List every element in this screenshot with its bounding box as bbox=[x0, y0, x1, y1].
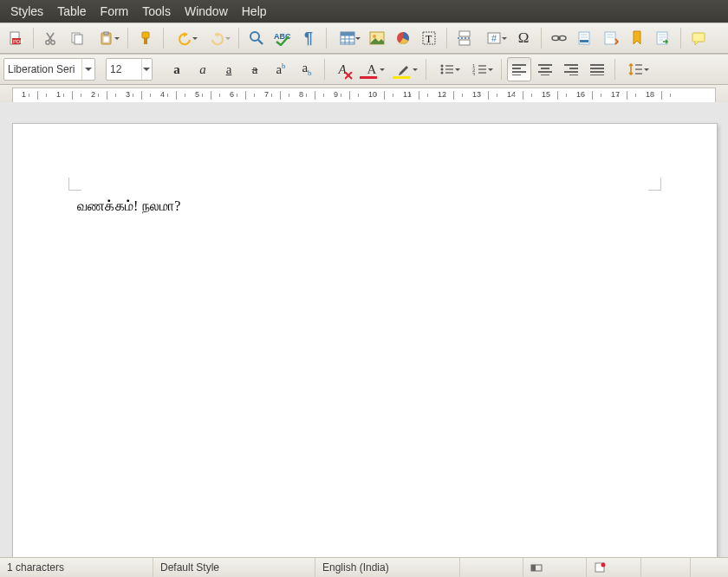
menu-help[interactable]: Help bbox=[235, 0, 274, 23]
margin-corner-icon bbox=[68, 178, 81, 191]
insert-table-button[interactable] bbox=[332, 26, 363, 50]
italic-button[interactable]: a bbox=[191, 57, 215, 81]
document-text[interactable]: வணக்கம்! நலமா? bbox=[77, 198, 181, 214]
font-name-combo[interactable] bbox=[3, 58, 95, 81]
cut-button[interactable] bbox=[39, 26, 63, 50]
svg-rect-21 bbox=[341, 32, 354, 36]
hyperlink-button[interactable] bbox=[547, 26, 571, 50]
status-insert-mode[interactable] bbox=[460, 558, 523, 577]
margin-corner-icon bbox=[648, 178, 661, 191]
status-language[interactable]: English (India) bbox=[315, 558, 460, 577]
copy-button[interactable] bbox=[65, 26, 89, 50]
formatting-marks-button[interactable]: ¶ bbox=[296, 26, 321, 50]
svg-text:3: 3 bbox=[472, 72, 476, 75]
svg-rect-39 bbox=[605, 32, 615, 44]
spellcheck-button[interactable]: ABC bbox=[270, 26, 295, 50]
find-replace-button[interactable] bbox=[244, 26, 269, 50]
svg-rect-27 bbox=[459, 31, 470, 36]
superscript-button[interactable]: ab bbox=[269, 57, 293, 81]
insert-image-button[interactable] bbox=[365, 26, 389, 50]
highlight-color-button[interactable] bbox=[389, 57, 420, 81]
svg-text:#: # bbox=[491, 33, 497, 43]
status-page-style[interactable]: Default Style bbox=[153, 558, 315, 577]
menu-window[interactable]: Window bbox=[178, 0, 235, 23]
svg-rect-38 bbox=[580, 40, 588, 42]
svg-point-4 bbox=[51, 41, 55, 44]
font-name-input[interactable] bbox=[4, 63, 81, 75]
menu-tools[interactable]: Tools bbox=[135, 0, 178, 23]
svg-rect-8 bbox=[104, 32, 108, 35]
svg-text:T: T bbox=[426, 33, 432, 45]
font-size-combo[interactable] bbox=[106, 58, 153, 81]
insert-chart-button[interactable] bbox=[391, 26, 415, 50]
svg-rect-9 bbox=[103, 36, 109, 42]
menu-table[interactable]: Table bbox=[50, 0, 93, 23]
menu-bar: Styles Table Form Tools Window Help bbox=[0, 0, 728, 23]
page-break-button[interactable] bbox=[452, 26, 477, 50]
svg-point-49 bbox=[441, 65, 444, 68]
undo-button[interactable] bbox=[169, 26, 200, 50]
svg-point-3 bbox=[46, 41, 49, 44]
font-size-input[interactable] bbox=[107, 63, 141, 75]
subscript-button[interactable]: ab bbox=[295, 57, 319, 81]
paste-button[interactable] bbox=[91, 26, 122, 50]
svg-line-13 bbox=[258, 40, 263, 44]
align-right-button[interactable] bbox=[559, 57, 583, 81]
status-characters[interactable]: 1 characters bbox=[0, 558, 153, 577]
status-signature[interactable] bbox=[641, 558, 691, 577]
align-left-button[interactable] bbox=[507, 57, 531, 81]
insert-field-button[interactable]: # bbox=[478, 26, 510, 50]
svg-rect-11 bbox=[144, 38, 147, 44]
status-bar: 1 characters Default Style English (Indi… bbox=[0, 557, 728, 577]
redo-button[interactable] bbox=[202, 26, 233, 50]
svg-rect-81 bbox=[531, 565, 536, 571]
status-selection-mode[interactable] bbox=[523, 558, 587, 577]
toolbar-formatting: a a a a ab ab A A 123 bbox=[0, 54, 728, 85]
menu-styles[interactable]: Styles bbox=[3, 0, 50, 23]
font-color-button[interactable]: A bbox=[356, 57, 387, 81]
bold-button[interactable]: a bbox=[165, 57, 189, 81]
export-pdf-button[interactable]: PDF bbox=[3, 26, 28, 50]
number-list-button[interactable]: 123 bbox=[465, 57, 496, 81]
insert-cross-reference-button[interactable] bbox=[651, 26, 675, 50]
align-justify-button[interactable] bbox=[585, 57, 609, 81]
selection-mode-icon bbox=[530, 561, 543, 574]
svg-rect-6 bbox=[75, 35, 82, 44]
svg-rect-28 bbox=[459, 40, 470, 45]
insert-endnote-button[interactable] bbox=[599, 26, 623, 50]
underline-button[interactable]: a bbox=[217, 57, 241, 81]
clone-formatting-button[interactable] bbox=[133, 26, 158, 50]
insert-textbox-button[interactable]: T bbox=[417, 26, 441, 50]
status-doc-modified[interactable] bbox=[587, 558, 641, 577]
svg-point-51 bbox=[441, 72, 444, 75]
insert-bookmark-button[interactable] bbox=[625, 26, 649, 50]
document-area: வணக்கம்! நலமா? bbox=[0, 102, 728, 558]
toolbar-standard: PDF ABC ¶ T bbox=[0, 23, 728, 54]
page[interactable]: வணக்கம்! நலமா? bbox=[12, 123, 718, 558]
insert-footnote-button[interactable] bbox=[573, 26, 597, 50]
svg-point-12 bbox=[250, 32, 259, 41]
svg-point-23 bbox=[373, 35, 376, 38]
svg-point-50 bbox=[441, 68, 444, 71]
insert-symbol-button[interactable]: Ω bbox=[511, 26, 536, 50]
doc-modified-icon bbox=[594, 561, 606, 574]
menu-form[interactable]: Form bbox=[94, 0, 136, 23]
svg-text:PDF: PDF bbox=[13, 39, 23, 44]
svg-rect-46 bbox=[692, 33, 705, 42]
line-spacing-button[interactable] bbox=[621, 57, 652, 81]
insert-comment-button[interactable] bbox=[686, 26, 711, 50]
strikethrough-button[interactable]: a bbox=[243, 57, 267, 81]
svg-point-83 bbox=[601, 563, 606, 567]
align-center-button[interactable] bbox=[533, 57, 557, 81]
clear-formatting-button[interactable]: A bbox=[330, 57, 354, 81]
bullet-list-button[interactable] bbox=[432, 57, 463, 81]
svg-rect-10 bbox=[142, 32, 149, 38]
